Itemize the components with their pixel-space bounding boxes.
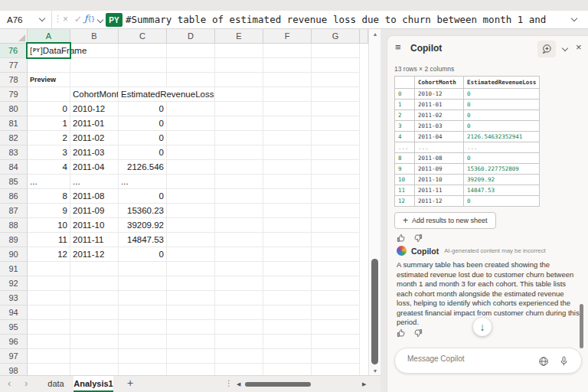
grid-cell-b90[interactable]: 2011-12 [70, 247, 119, 262]
row-header-78[interactable]: 78 [0, 73, 28, 87]
grid-cell-a83[interactable]: 3 [28, 145, 70, 160]
message-input[interactable] [407, 354, 530, 363]
grid-cell-b86[interactable]: 2011-08 [70, 189, 119, 204]
grid-cell-f88[interactable] [263, 218, 312, 233]
grid-cell-f76[interactable] [263, 44, 312, 58]
grid-cell-f83[interactable] [263, 145, 312, 160]
grid-cell-a89[interactable]: 11 [28, 233, 70, 247]
grid-cell-g86[interactable] [312, 189, 360, 204]
grid-cell-g93[interactable] [312, 291, 360, 305]
grid-cell-c94[interactable] [119, 305, 167, 320]
grid-cell-f80[interactable] [263, 102, 312, 116]
grid-cell-e88[interactable] [215, 218, 263, 233]
grid-cell-b79[interactable]: CohortMonth [70, 87, 119, 102]
row-header-87[interactable]: 87 [0, 204, 28, 218]
column-header-f[interactable]: F [263, 29, 312, 44]
column-header-a[interactable]: A [28, 29, 70, 44]
grid-cell-c80[interactable]: 0 [119, 102, 167, 116]
grid-cell-a78[interactable]: Preview [28, 73, 70, 87]
grid-cell-f87[interactable] [263, 204, 312, 218]
scroll-to-bottom-button[interactable]: ↓ [473, 318, 492, 336]
grid-cell-c83[interactable]: 0 [119, 145, 167, 160]
grid-cell-f90[interactable] [263, 247, 312, 262]
grid-cell-e90[interactable] [215, 247, 263, 262]
grid-cell-a94[interactable] [28, 305, 70, 320]
close-panel-icon[interactable]: × [576, 41, 582, 53]
grid-cell-c84[interactable]: 2126.546 [119, 160, 167, 175]
grid-cell-g77[interactable] [312, 58, 360, 73]
scroll-down-icon[interactable]: ▼ [369, 368, 381, 374]
grid-cell-b91[interactable] [70, 262, 119, 276]
grid-cell-b85[interactable]: ... [70, 175, 119, 189]
grid-cell-d83[interactable] [167, 145, 215, 160]
grid-cell-b93[interactable] [70, 291, 119, 305]
grid-cell-e96[interactable] [215, 335, 263, 349]
grid-cell-c97[interactable] [119, 349, 167, 364]
next-sheet-icon[interactable]: › [24, 377, 28, 389]
grid-cell-b94[interactable] [70, 305, 119, 320]
grid-cell-b92[interactable] [70, 276, 119, 291]
grid-cell-e87[interactable] [215, 204, 263, 218]
grid-cell-f77[interactable] [263, 58, 312, 73]
grid-cell-g97[interactable] [312, 349, 360, 364]
menu-icon[interactable]: ≡ [395, 41, 401, 53]
scroll-left-icon[interactable]: ◀ [237, 381, 240, 387]
grid-cell-d90[interactable] [167, 247, 215, 262]
grid-cell-d87[interactable] [167, 204, 215, 218]
grid-cell-b83[interactable]: 2011-03 [70, 145, 119, 160]
grid-cell-d77[interactable] [167, 58, 215, 73]
grid-cell-e83[interactable] [215, 145, 263, 160]
grid-cell-d93[interactable] [167, 291, 215, 305]
grid-cell-d98[interactable] [167, 364, 215, 375]
grid-cell-b84[interactable]: 2011-04 [70, 160, 119, 175]
grid-cell-d91[interactable] [167, 262, 215, 276]
grid-cell-f86[interactable] [263, 189, 312, 204]
vertical-scroll-thumb[interactable] [371, 259, 378, 364]
grid-cell-c88[interactable]: 39209.92 [119, 218, 167, 233]
row-header-81[interactable]: 81 [0, 116, 28, 131]
grid-cell-g79[interactable] [312, 87, 360, 102]
function-dropdown-icon[interactable] [97, 17, 103, 23]
grid-vertical-scrollbar[interactable]: ▲ ▼ [368, 29, 381, 375]
horizontal-scroll-thumb[interactable] [245, 382, 311, 387]
column-header-e[interactable]: E [215, 29, 263, 44]
grid-cell-f81[interactable] [263, 116, 312, 131]
row-header-88[interactable]: 88 [0, 218, 28, 233]
expand-formula-bar-icon[interactable] [571, 15, 577, 21]
grid-cell-c78[interactable] [119, 73, 167, 87]
grid-cell-g81[interactable] [312, 116, 360, 131]
scroll-up-icon[interactable]: ▲ [369, 31, 381, 37]
add-sheet-button[interactable]: + [127, 377, 133, 389]
grid-cell-c92[interactable] [119, 276, 167, 291]
spreadsheet-grid[interactable]: ABCDEFG76[PY]DataFrame7778Preview79Cohor… [0, 29, 368, 375]
column-header-b[interactable]: B [70, 29, 119, 44]
grid-cell-a76[interactable]: [PY]DataFrame [28, 44, 70, 58]
grid-cell-a90[interactable]: 12 [28, 247, 70, 262]
grid-cell-e97[interactable] [215, 349, 263, 364]
grid-cell-d95[interactable] [167, 320, 215, 335]
grid-cell-a98[interactable] [28, 364, 70, 375]
row-header-80[interactable]: 80 [0, 102, 28, 116]
grid-cell-a87[interactable]: 9 [28, 204, 70, 218]
grid-cell-g96[interactable] [312, 335, 360, 349]
grid-cell-b87[interactable]: 2011-09 [70, 204, 119, 218]
scroll-right-icon[interactable]: ▶ [362, 381, 366, 387]
grid-cell-b97[interactable] [70, 349, 119, 364]
grid-cell-g91[interactable] [312, 262, 360, 276]
grid-cell-d92[interactable] [167, 276, 215, 291]
grid-cell-g76[interactable] [312, 44, 360, 58]
web-icon[interactable] [538, 356, 549, 367]
row-header-95[interactable]: 95 [0, 320, 28, 335]
thumbs-up-icon[interactable] [397, 234, 406, 243]
name-box[interactable]: A76 [0, 11, 52, 28]
grid-cell-g84[interactable] [312, 160, 360, 175]
grid-cell-c91[interactable] [119, 262, 167, 276]
row-header-96[interactable]: 96 [0, 335, 28, 349]
grid-cell-e89[interactable] [215, 233, 263, 247]
grid-cell-a92[interactable] [28, 276, 70, 291]
grid-cell-d76[interactable] [167, 44, 215, 58]
grid-cell-g90[interactable] [312, 247, 360, 262]
grid-cell-c82[interactable]: 0 [119, 131, 167, 145]
grid-cell-f93[interactable] [263, 291, 312, 305]
grid-cell-f91[interactable] [263, 262, 312, 276]
